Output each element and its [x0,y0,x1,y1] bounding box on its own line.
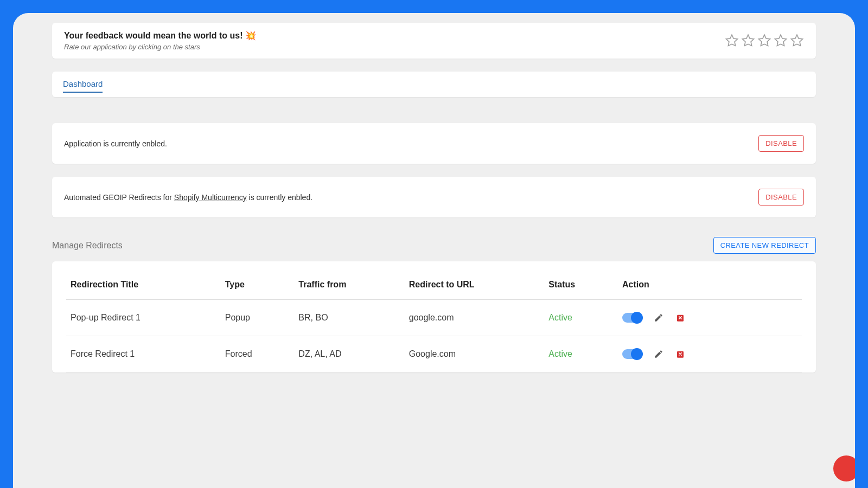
cell-status: Active [544,300,618,336]
create-new-redirect-button[interactable]: CREATE NEW REDIRECT [713,237,816,254]
feedback-subtitle: Rate our application by clicking on the … [64,43,256,51]
cell-from: BR, BO [294,300,404,336]
app-status-text: Application is currently enbled. [64,139,167,148]
cell-title: Force Redirect 1 [66,336,221,373]
app-status-card: Application is currently enbled. DISABLE [52,123,816,164]
tab-dashboard[interactable]: Dashboard [63,77,103,93]
cell-title: Pop-up Redirect 1 [66,300,221,336]
manage-redirects-title: Manage Redirects [52,241,123,251]
delete-icon[interactable] [675,349,685,359]
help-fab[interactable] [833,455,855,481]
col-title: Redirection Title [66,273,221,300]
cell-from: DZ, AL, AD [294,336,404,373]
star-icon[interactable] [725,34,739,48]
disable-geoip-button[interactable]: DISABLE [758,189,804,206]
table-row: Force Redirect 1 Forced DZ, AL, AD Googl… [66,336,802,373]
shopify-multicurrency-link[interactable]: Shopify Multicurrency [174,193,247,202]
feedback-title: Your feedback would mean the world to us… [64,30,256,41]
delete-icon[interactable] [675,313,685,323]
feedback-text: Your feedback would mean the world to us… [64,30,256,51]
table-row: Pop-up Redirect 1 Popup BR, BO google.co… [66,300,802,336]
row-actions [622,349,797,359]
cell-action [618,336,802,373]
toggle-switch[interactable] [622,349,642,359]
col-action: Action [618,273,802,300]
toggle-switch[interactable] [622,313,642,323]
tabs-card: Dashboard [52,72,816,97]
cell-to: Google.com [405,336,545,373]
rating-stars [725,34,804,48]
feedback-card: Your feedback would mean the world to us… [52,23,816,59]
pencil-icon[interactable] [654,349,663,359]
cell-type: Forced [221,336,295,373]
col-status: Status [544,273,618,300]
disable-app-button[interactable]: DISABLE [758,135,804,152]
pencil-icon[interactable] [654,313,663,323]
col-type: Type [221,273,295,300]
geoip-prefix: Automated GEOIP Redirects for [64,193,174,202]
row-actions [622,313,797,323]
star-icon[interactable] [774,34,788,48]
manage-redirects-header: Manage Redirects CREATE NEW REDIRECT [52,237,816,254]
geoip-status-text: Automated GEOIP Redirects for Shopify Mu… [64,193,312,202]
col-to: Redirect to URL [405,273,545,300]
cell-to: google.com [405,300,545,336]
col-from: Traffic from [294,273,404,300]
star-icon[interactable] [757,34,771,48]
star-icon[interactable] [741,34,755,48]
cell-status: Active [544,336,618,373]
cell-action [618,300,802,336]
star-icon[interactable] [790,34,804,48]
cell-type: Popup [221,300,295,336]
geoip-suffix: is currently enbled. [247,193,312,202]
redirects-table: Redirection Title Type Traffic from Redi… [66,273,802,373]
app-window: Your feedback would mean the world to us… [13,13,855,488]
geoip-status-card: Automated GEOIP Redirects for Shopify Mu… [52,177,816,217]
redirects-table-card: Redirection Title Type Traffic from Redi… [52,261,816,373]
